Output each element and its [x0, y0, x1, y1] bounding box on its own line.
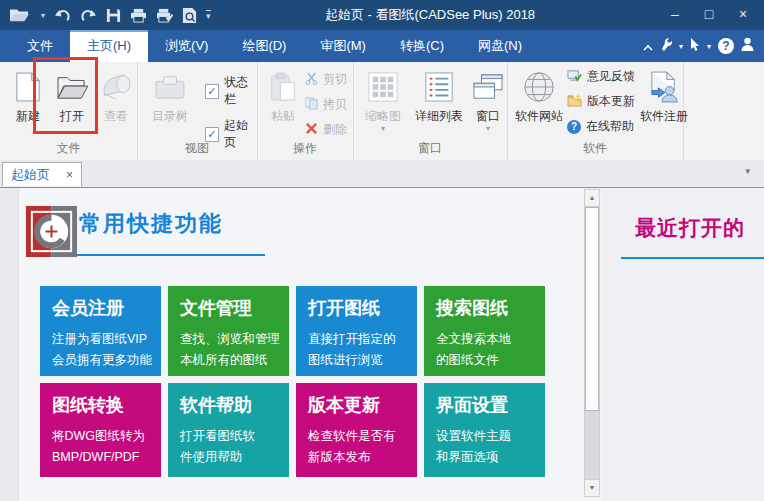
- tile-line: 件使用帮助: [180, 447, 283, 468]
- tile-line: BMP/DWF/PDF: [52, 447, 155, 468]
- quick-functions-heading: 常用快捷功能: [79, 209, 223, 239]
- tile-title: 图纸转换: [52, 393, 155, 417]
- tile-open-drawing[interactable]: 打开图纸 直接打开指定的 图纸进行浏览: [296, 286, 417, 376]
- statusbar-checkbox[interactable]: ✓: [205, 84, 219, 99]
- tab-cloud[interactable]: 网盘(N): [461, 30, 539, 62]
- heading-underline: [77, 254, 265, 256]
- toolbar-overflow-caret[interactable]: ▾: [206, 10, 211, 21]
- view-button[interactable]: 查看: [94, 62, 138, 125]
- app-logo: [24, 204, 79, 263]
- tile-title: 会员注册: [52, 296, 155, 320]
- recent-files-heading: 最近打开的: [635, 214, 745, 242]
- ribbon-group-operations: 粘贴 剪切 拷贝: [257, 62, 354, 160]
- tools-caret[interactable]: ▾: [679, 42, 683, 51]
- window-button[interactable]: 窗口 ▾: [469, 62, 507, 132]
- tile-drawing-convert[interactable]: 图纸转换 将DWG图纸转为 BMP/DWF/PDF: [40, 383, 161, 477]
- startpage-tab-label: 起始页: [11, 166, 66, 184]
- save-icon[interactable]: [106, 8, 121, 23]
- start-page-content: 常用快捷功能 会员注册 注册为看图纸VIP 会员拥有更多功能 文件管理 查找、浏…: [0, 188, 764, 501]
- undo-icon[interactable]: [54, 8, 71, 23]
- group-label-window: 窗口: [353, 140, 507, 157]
- tab-convert[interactable]: 转换(C): [383, 30, 461, 62]
- help-icon[interactable]: ?: [718, 38, 734, 54]
- scroll-up-button[interactable]: ▲: [585, 190, 599, 207]
- scrollbar-thumb[interactable]: [585, 207, 599, 411]
- tools-wrench-icon[interactable]: [660, 37, 672, 55]
- redo-icon[interactable]: [80, 8, 97, 23]
- tile-line: 会员拥有更多功能: [52, 350, 155, 371]
- tab-review[interactable]: 审图(M): [303, 30, 383, 62]
- tab-file[interactable]: 文件: [10, 30, 70, 62]
- tab-close-icon[interactable]: ×: [66, 168, 73, 182]
- ribbon-group-file: 新建 打开 查看 文件: [0, 62, 138, 160]
- recent-heading-underline: [621, 257, 764, 259]
- version-update-button[interactable]: 版本更新: [567, 93, 635, 110]
- minimize-button[interactable]: –: [658, 0, 692, 30]
- delete-button[interactable]: 删除: [305, 121, 347, 138]
- tile-line: 查找、浏览和管理: [180, 329, 283, 350]
- tab-draw[interactable]: 绘图(D): [225, 30, 303, 62]
- menu-tabs: 文件 主页(H) 浏览(V) 绘图(D) 审图(M) 转换(C) 网盘(N): [10, 30, 539, 62]
- collapse-ribbon-icon[interactable]: [643, 37, 653, 55]
- cut-button[interactable]: 剪切: [305, 71, 347, 88]
- tile-title: 打开图纸: [308, 296, 411, 320]
- group-label-operations: 操作: [257, 140, 353, 157]
- paste-button[interactable]: 粘贴: [261, 62, 305, 125]
- tab-home[interactable]: 主页(H): [70, 30, 148, 62]
- document-tab-bar: 起始页 × ▾: [0, 160, 764, 188]
- vertical-scrollbar[interactable]: ▲ ▼: [584, 189, 600, 497]
- tile-line: 全文搜索本地: [436, 329, 539, 350]
- open-dropdown-caret[interactable]: ▾: [41, 11, 45, 20]
- tile-line: 的图纸文件: [436, 350, 539, 371]
- print-icon[interactable]: [130, 8, 147, 23]
- tile-line: 打开看图纸软: [180, 426, 283, 447]
- tile-version-update[interactable]: 版本更新 检查软件是否有 新版本发布: [296, 383, 417, 477]
- ribbon-group-view: 目录树 ✓ 状态栏 ✓ 起始页 视图: [137, 62, 258, 160]
- scroll-down-button[interactable]: ▼: [585, 479, 599, 496]
- quick-function-tiles: 会员注册 注册为看图纸VIP 会员拥有更多功能 文件管理 查找、浏览和管理 本机…: [40, 286, 545, 477]
- delete-x-icon: [305, 122, 318, 138]
- online-help-icon: ?: [567, 120, 581, 134]
- print-verify-icon[interactable]: [156, 8, 173, 23]
- register-icon: [650, 67, 678, 107]
- statusbar-checkbox-row[interactable]: ✓ 状态栏: [205, 74, 257, 108]
- new-button[interactable]: 新建: [6, 62, 50, 125]
- software-website-button[interactable]: 软件网站: [511, 62, 567, 125]
- group-label-software: 软件: [507, 140, 683, 157]
- ribbon: 新建 打开 查看 文件: [0, 62, 764, 161]
- open-button[interactable]: 打开: [50, 62, 94, 125]
- ribbon-group-software: 软件网站 意见反馈 版本更新: [507, 62, 684, 160]
- online-help-button[interactable]: ? 在线帮助: [567, 118, 635, 135]
- tile-title: 版本更新: [308, 393, 411, 417]
- print-preview-icon[interactable]: [182, 7, 197, 24]
- tile-software-help[interactable]: 软件帮助 打开看图纸软 件使用帮助: [168, 383, 289, 477]
- paste-icon: [270, 67, 296, 107]
- close-button[interactable]: ×: [726, 0, 760, 30]
- tile-file-manage[interactable]: 文件管理 查找、浏览和管理 本机所有的图纸: [168, 286, 289, 376]
- pointer-icon[interactable]: [690, 37, 700, 55]
- startpage-tab[interactable]: 起始页 ×: [2, 162, 82, 186]
- feedback-button[interactable]: 意见反馈: [567, 68, 635, 85]
- tile-line: 图纸进行浏览: [308, 350, 411, 371]
- tab-list-caret[interactable]: ▾: [745, 166, 750, 176]
- window-controls: – □ ×: [658, 0, 760, 30]
- tab-browse[interactable]: 浏览(V): [148, 30, 225, 62]
- cut-scissors-icon: [305, 72, 318, 88]
- pointer-caret[interactable]: ▾: [707, 42, 711, 51]
- directory-tree-button[interactable]: 目录树: [145, 62, 195, 125]
- tile-title: 软件帮助: [180, 393, 283, 417]
- open-folder-icon[interactable]: [8, 6, 30, 24]
- recent-files-panel: 最近打开的: [601, 188, 764, 501]
- maximize-button[interactable]: □: [692, 0, 726, 30]
- detail-list-button[interactable]: 详细列表: [409, 62, 469, 125]
- quick-access-toolbar: ▾ ▾: [8, 0, 211, 30]
- account-icon[interactable]: [741, 37, 754, 55]
- thumbnails-button[interactable]: 缩略图 ▾: [357, 62, 409, 132]
- tile-search-drawing[interactable]: 搜索图纸 全文搜索本地 的图纸文件: [424, 286, 545, 376]
- window-caret: ▾: [486, 125, 490, 132]
- copy-button[interactable]: 拷贝: [305, 96, 347, 113]
- tile-member-register[interactable]: 会员注册 注册为看图纸VIP 会员拥有更多功能: [40, 286, 161, 376]
- tile-line: 和界面选项: [436, 447, 539, 468]
- software-register-button[interactable]: 软件注册: [637, 62, 691, 125]
- tile-ui-settings[interactable]: 界面设置 设置软件主题 和界面选项: [424, 383, 545, 477]
